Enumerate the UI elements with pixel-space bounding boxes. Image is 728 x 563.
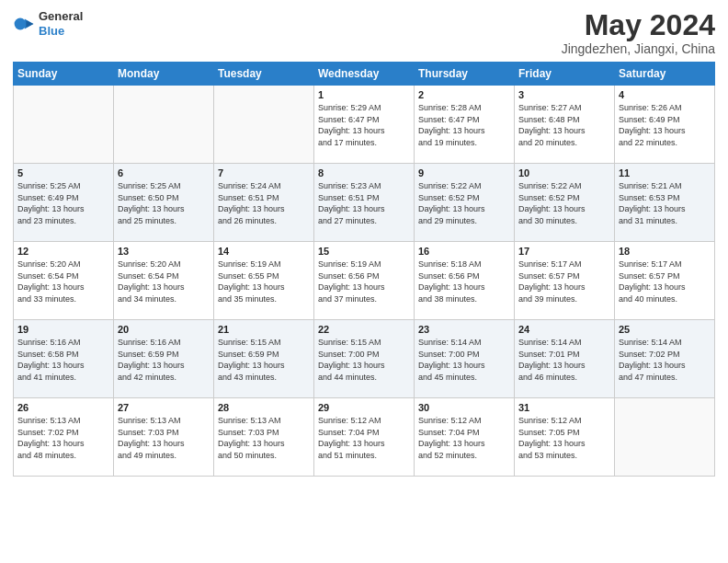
- logo: General Blue: [13, 9, 83, 38]
- day-number: 3: [518, 89, 610, 100]
- day-number: 24: [518, 324, 610, 335]
- table-row: [14, 86, 114, 164]
- day-info: Sunrise: 5:16 AM Sunset: 6:58 PM Dayligh…: [17, 337, 109, 383]
- day-info: Sunrise: 5:12 AM Sunset: 7:04 PM Dayligh…: [318, 415, 410, 461]
- table-row: [214, 86, 314, 164]
- day-info: Sunrise: 5:17 AM Sunset: 6:57 PM Dayligh…: [619, 259, 711, 304]
- day-info: Sunrise: 5:21 AM Sunset: 6:53 PM Dayligh…: [619, 180, 711, 226]
- day-number: 6: [118, 167, 210, 178]
- day-number: 23: [418, 324, 510, 335]
- table-row: 12Sunrise: 5:20 AM Sunset: 6:54 PM Dayli…: [14, 242, 114, 320]
- day-info: Sunrise: 5:24 AM Sunset: 6:51 PM Dayligh…: [218, 180, 310, 226]
- day-info: Sunrise: 5:16 AM Sunset: 6:59 PM Dayligh…: [118, 337, 210, 383]
- day-number: 8: [318, 167, 410, 178]
- day-number: 19: [17, 324, 109, 335]
- day-info: Sunrise: 5:20 AM Sunset: 6:54 PM Dayligh…: [17, 259, 109, 304]
- day-number: 22: [318, 324, 410, 335]
- table-row: 26Sunrise: 5:13 AM Sunset: 7:02 PM Dayli…: [14, 398, 114, 477]
- day-number: 17: [518, 246, 610, 257]
- page-header: General Blue May 2024 Jingdezhen, Jiangx…: [13, 9, 715, 56]
- calendar-week-row: 19Sunrise: 5:16 AM Sunset: 6:58 PM Dayli…: [14, 320, 715, 398]
- day-info: Sunrise: 5:25 AM Sunset: 6:49 PM Dayligh…: [17, 180, 109, 226]
- calendar-week-row: 12Sunrise: 5:20 AM Sunset: 6:54 PM Dayli…: [14, 242, 715, 320]
- calendar-table: Sunday Monday Tuesday Wednesday Thursday…: [13, 62, 715, 477]
- day-info: Sunrise: 5:15 AM Sunset: 7:00 PM Dayligh…: [318, 337, 410, 383]
- table-row: 8Sunrise: 5:23 AM Sunset: 6:51 PM Daylig…: [314, 164, 415, 242]
- table-row: 23Sunrise: 5:14 AM Sunset: 7:00 PM Dayli…: [415, 320, 515, 398]
- table-row: 20Sunrise: 5:16 AM Sunset: 6:59 PM Dayli…: [114, 320, 214, 398]
- title-block: May 2024 Jingdezhen, Jiangxi, China: [562, 9, 715, 56]
- logo-text: General Blue: [39, 9, 83, 38]
- col-saturday: Saturday: [615, 63, 715, 86]
- table-row: 11Sunrise: 5:21 AM Sunset: 6:53 PM Dayli…: [615, 164, 715, 242]
- day-info: Sunrise: 5:19 AM Sunset: 6:56 PM Dayligh…: [318, 259, 410, 304]
- col-sunday: Sunday: [14, 63, 114, 86]
- table-row: [615, 398, 715, 477]
- table-row: 29Sunrise: 5:12 AM Sunset: 7:04 PM Dayli…: [314, 398, 415, 477]
- table-row: 5Sunrise: 5:25 AM Sunset: 6:49 PM Daylig…: [14, 164, 114, 242]
- table-row: 14Sunrise: 5:19 AM Sunset: 6:55 PM Dayli…: [214, 242, 314, 320]
- day-number: 30: [418, 402, 510, 413]
- table-row: 22Sunrise: 5:15 AM Sunset: 7:00 PM Dayli…: [314, 320, 415, 398]
- calendar-week-row: 5Sunrise: 5:25 AM Sunset: 6:49 PM Daylig…: [14, 164, 715, 242]
- day-info: Sunrise: 5:13 AM Sunset: 7:02 PM Dayligh…: [17, 415, 109, 461]
- day-number: 11: [619, 167, 711, 178]
- day-info: Sunrise: 5:17 AM Sunset: 6:57 PM Dayligh…: [518, 259, 610, 304]
- day-number: 10: [518, 167, 610, 178]
- table-row: 2Sunrise: 5:28 AM Sunset: 6:47 PM Daylig…: [415, 86, 515, 164]
- day-info: Sunrise: 5:14 AM Sunset: 7:02 PM Dayligh…: [619, 337, 711, 383]
- day-info: Sunrise: 5:26 AM Sunset: 6:49 PM Dayligh…: [619, 102, 711, 148]
- table-row: 25Sunrise: 5:14 AM Sunset: 7:02 PM Dayli…: [615, 320, 715, 398]
- col-monday: Monday: [114, 63, 214, 86]
- day-info: Sunrise: 5:29 AM Sunset: 6:47 PM Dayligh…: [318, 102, 410, 148]
- table-row: 10Sunrise: 5:22 AM Sunset: 6:52 PM Dayli…: [515, 164, 615, 242]
- day-info: Sunrise: 5:12 AM Sunset: 7:05 PM Dayligh…: [518, 415, 610, 461]
- day-number: 2: [418, 89, 510, 100]
- table-row: 15Sunrise: 5:19 AM Sunset: 6:56 PM Dayli…: [314, 242, 415, 320]
- day-info: Sunrise: 5:22 AM Sunset: 6:52 PM Dayligh…: [518, 180, 610, 226]
- col-tuesday: Tuesday: [214, 63, 314, 86]
- table-row: 17Sunrise: 5:17 AM Sunset: 6:57 PM Dayli…: [515, 242, 615, 320]
- day-info: Sunrise: 5:22 AM Sunset: 6:52 PM Dayligh…: [418, 180, 510, 226]
- table-row: 3Sunrise: 5:27 AM Sunset: 6:48 PM Daylig…: [515, 86, 615, 164]
- day-info: Sunrise: 5:13 AM Sunset: 7:03 PM Dayligh…: [118, 415, 210, 461]
- table-row: 1Sunrise: 5:29 AM Sunset: 6:47 PM Daylig…: [314, 86, 415, 164]
- day-number: 9: [418, 167, 510, 178]
- calendar-week-row: 1Sunrise: 5:29 AM Sunset: 6:47 PM Daylig…: [14, 86, 715, 164]
- table-row: 31Sunrise: 5:12 AM Sunset: 7:05 PM Dayli…: [515, 398, 615, 477]
- svg-marker-2: [26, 20, 33, 28]
- day-info: Sunrise: 5:28 AM Sunset: 6:47 PM Dayligh…: [418, 102, 510, 148]
- svg-point-0: [15, 17, 27, 29]
- table-row: 6Sunrise: 5:25 AM Sunset: 6:50 PM Daylig…: [114, 164, 214, 242]
- month-title: May 2024: [562, 9, 715, 41]
- table-row: 16Sunrise: 5:18 AM Sunset: 6:56 PM Dayli…: [415, 242, 515, 320]
- day-info: Sunrise: 5:19 AM Sunset: 6:55 PM Dayligh…: [218, 259, 310, 304]
- day-info: Sunrise: 5:15 AM Sunset: 6:59 PM Dayligh…: [218, 337, 310, 383]
- table-row: 19Sunrise: 5:16 AM Sunset: 6:58 PM Dayli…: [14, 320, 114, 398]
- day-number: 26: [17, 402, 109, 413]
- col-friday: Friday: [515, 63, 615, 86]
- table-row: 28Sunrise: 5:13 AM Sunset: 7:03 PM Dayli…: [214, 398, 314, 477]
- calendar-week-row: 26Sunrise: 5:13 AM Sunset: 7:02 PM Dayli…: [14, 398, 715, 477]
- logo-general: General: [39, 9, 83, 23]
- day-number: 20: [118, 324, 210, 335]
- table-row: 24Sunrise: 5:14 AM Sunset: 7:01 PM Dayli…: [515, 320, 615, 398]
- day-number: 15: [318, 246, 410, 257]
- day-number: 12: [17, 246, 109, 257]
- col-thursday: Thursday: [415, 63, 515, 86]
- day-number: 7: [218, 167, 310, 178]
- day-info: Sunrise: 5:18 AM Sunset: 6:56 PM Dayligh…: [418, 259, 510, 304]
- calendar-header-row: Sunday Monday Tuesday Wednesday Thursday…: [14, 63, 715, 86]
- table-row: 21Sunrise: 5:15 AM Sunset: 6:59 PM Dayli…: [214, 320, 314, 398]
- day-info: Sunrise: 5:23 AM Sunset: 6:51 PM Dayligh…: [318, 180, 410, 226]
- day-number: 18: [619, 246, 711, 257]
- col-wednesday: Wednesday: [314, 63, 415, 86]
- day-info: Sunrise: 5:27 AM Sunset: 6:48 PM Dayligh…: [518, 102, 610, 148]
- day-info: Sunrise: 5:20 AM Sunset: 6:54 PM Dayligh…: [118, 259, 210, 304]
- day-number: 27: [118, 402, 210, 413]
- day-number: 29: [318, 402, 410, 413]
- day-number: 13: [118, 246, 210, 257]
- table-row: 9Sunrise: 5:22 AM Sunset: 6:52 PM Daylig…: [415, 164, 515, 242]
- day-number: 1: [318, 89, 410, 100]
- table-row: 13Sunrise: 5:20 AM Sunset: 6:54 PM Dayli…: [114, 242, 214, 320]
